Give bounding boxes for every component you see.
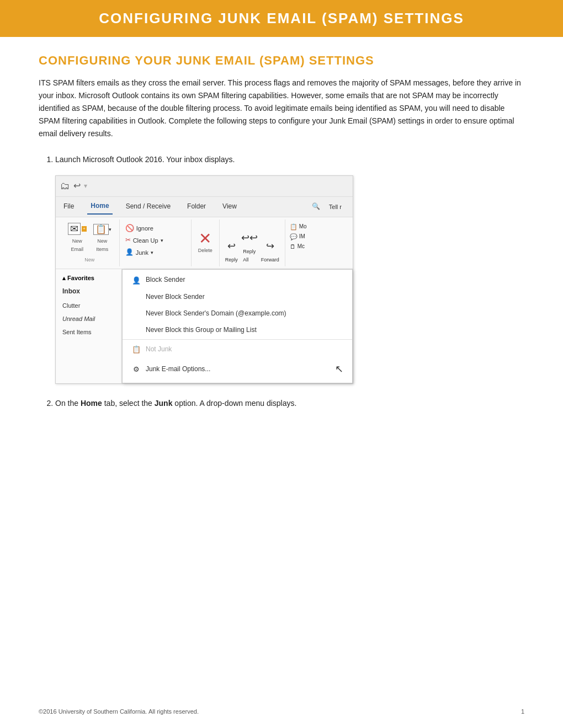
dropdown-never-block-sender[interactable]: Never Block Sender	[123, 289, 352, 306]
ignore-label: Ignore	[136, 223, 153, 233]
reply-all-button[interactable]: ↩↩ ReplyAll	[241, 230, 258, 264]
never-block-sender-label: Never Block Sender	[146, 292, 205, 303]
junk-label: Junk	[136, 248, 148, 258]
outlook-menubar: File Home Send / Receive Folder View 🔍 T…	[56, 197, 353, 217]
step-2-text: On the Home tab, select the Junk option.…	[55, 399, 296, 408]
copyright-text: ©2016 University of Southern California.…	[39, 708, 199, 715]
never-block-group-label: Never Block this Group or Mailing List	[146, 325, 257, 336]
forward-icon: ↪	[266, 238, 274, 255]
clean-up-button[interactable]: ✂ Clean Up ▾	[125, 234, 185, 247]
page-footer: ©2016 University of Southern California.…	[39, 708, 524, 715]
reply-all-icon: ↩↩	[241, 230, 258, 247]
intro-paragraph: ITS SPAM filters emails as they cross th…	[39, 77, 524, 140]
menu-file[interactable]: File	[60, 200, 77, 214]
new-email-icon: ✉ +	[68, 223, 87, 235]
menu-home[interactable]: Home	[87, 199, 112, 215]
delete-icon: ✕	[199, 231, 211, 247]
search-icon: 🔍	[309, 200, 323, 214]
dropdown-divider	[123, 339, 352, 340]
not-junk-icon: 📋	[131, 344, 141, 355]
junk-arrow: ▾	[151, 249, 153, 257]
menu-view[interactable]: View	[219, 200, 240, 214]
new-group: ✉ + NewEmail 📋 ▾ NewItems	[60, 220, 120, 266]
move-label-3: 🗒 Mc	[290, 242, 309, 251]
move-icon-3: 🗒	[290, 242, 296, 251]
reply-group: ↩ Reply ↩↩ ReplyAll ↪ Forward	[220, 220, 285, 266]
clean-up-label: Clean Up	[133, 235, 158, 245]
new-email-label: NewEmail	[71, 237, 84, 254]
dropdown-never-block-domain[interactable]: Never Block Sender's Domain (@example.co…	[123, 306, 352, 322]
titlebar-icons: 🗂 ↩ ▾	[60, 178, 87, 195]
reply-icon: ↩	[227, 238, 236, 255]
new-items-label: NewItems	[96, 237, 108, 254]
junk-options-icon: ⚙	[131, 363, 141, 375]
cursor-icon: ↖	[335, 361, 343, 378]
junk-dropdown-menu: 👤 Block Sender Never Block Sender Never …	[122, 269, 353, 383]
reply-all-label: ReplyAll	[243, 248, 256, 264]
outlook-titlebar: 🗂 ↩ ▾	[56, 176, 353, 197]
move-label-2: 💬 IM	[290, 232, 309, 242]
delete-big-group: ✕ Delete	[192, 220, 220, 266]
not-junk-label: Not Junk	[146, 344, 172, 355]
reply-button[interactable]: ↩ Reply	[225, 238, 238, 264]
page-title: CONFIGURING JUNK EMAIL (SPAM) SETTINGS	[22, 10, 541, 27]
clean-up-arrow: ▾	[161, 237, 163, 245]
junk-icon: 👤	[125, 247, 134, 258]
menu-tell[interactable]: 🔍 Tell r	[305, 198, 348, 216]
menu-folder[interactable]: Folder	[184, 200, 209, 214]
nav-sent-items[interactable]: Sent Items	[56, 325, 121, 339]
dropdown-junk-email-options[interactable]: ⚙ Junk E-mail Options... ↖	[123, 358, 352, 381]
outlook-body: ▴ Favorites Inbox Clutter Unread Mail Se…	[56, 269, 353, 383]
section-title: CONFIGURING YOUR JUNK EMAIL (SPAM) SETTI…	[39, 53, 524, 68]
delete-group: 🚫 Ignore ✂ Clean Up ▾ 👤 Junk ▾	[120, 220, 192, 266]
junk-bold: Junk	[155, 399, 173, 408]
app-icon: 🗂	[60, 178, 70, 195]
move-icon-2: 💬	[290, 232, 298, 242]
delete-label: Delete	[198, 247, 213, 255]
move-icon-1: 📋	[290, 222, 298, 232]
nav-favorites: ▴ Favorites	[56, 271, 121, 285]
step-2: On the Home tab, select the Junk option.…	[55, 397, 524, 410]
ignore-button[interactable]: 🚫 Ignore	[125, 222, 185, 234]
step-1: Launch Microsoft Outlook 2016. Your inbo…	[55, 153, 524, 383]
new-items-button[interactable]: 📋 ▾ NewItems	[91, 223, 114, 255]
new-items-icon: 📋 ▾	[93, 224, 111, 235]
nav-unread-mail[interactable]: Unread Mail	[56, 312, 121, 325]
move-group: 📋 Mo 💬 IM 🗒 Mc	[285, 220, 313, 266]
page-number: 1	[521, 708, 524, 715]
undo-icon: ↩	[73, 179, 81, 193]
forward-button[interactable]: ↪ Forward	[261, 238, 279, 264]
reply-label: Reply	[225, 256, 238, 264]
home-bold: Home	[81, 399, 102, 408]
forward-label: Forward	[261, 256, 279, 264]
nav-clutter[interactable]: Clutter	[56, 299, 121, 312]
dropdown-not-junk: 📋 Not Junk	[123, 341, 352, 358]
junk-options-label: Junk E-mail Options...	[146, 364, 210, 375]
outlook-screenshot: 🗂 ↩ ▾ File Home Send / Receive Folder Vi…	[55, 175, 353, 384]
clean-up-icon: ✂	[125, 235, 131, 246]
dropdown-never-block-group[interactable]: Never Block this Group or Mailing List	[123, 322, 352, 339]
block-sender-icon: 👤	[131, 275, 141, 286]
junk-button[interactable]: 👤 Junk ▾	[125, 247, 185, 259]
redo-icon: ▾	[84, 181, 87, 192]
move-label-1: 📋 Mo	[290, 222, 309, 232]
dropdown-block-sender[interactable]: 👤 Block Sender	[123, 272, 352, 289]
main-content: CONFIGURING YOUR JUNK EMAIL (SPAM) SETTI…	[0, 53, 563, 410]
never-block-domain-label: Never Block Sender's Domain (@example.co…	[146, 308, 286, 319]
outlook-ribbon: ✉ + NewEmail 📋 ▾ NewItems	[56, 217, 353, 269]
nav-inbox[interactable]: Inbox	[56, 285, 121, 299]
new-group-label: New	[84, 256, 94, 264]
steps-list: Launch Microsoft Outlook 2016. Your inbo…	[39, 153, 524, 409]
outlook-nav: ▴ Favorites Inbox Clutter Unread Mail Se…	[56, 269, 122, 383]
ignore-icon: 🚫	[125, 222, 134, 234]
block-sender-label: Block Sender	[146, 275, 185, 286]
header-banner: CONFIGURING JUNK EMAIL (SPAM) SETTINGS	[0, 0, 563, 37]
new-email-button[interactable]: ✉ + NewEmail	[66, 222, 89, 255]
menu-send-receive[interactable]: Send / Receive	[123, 200, 174, 214]
